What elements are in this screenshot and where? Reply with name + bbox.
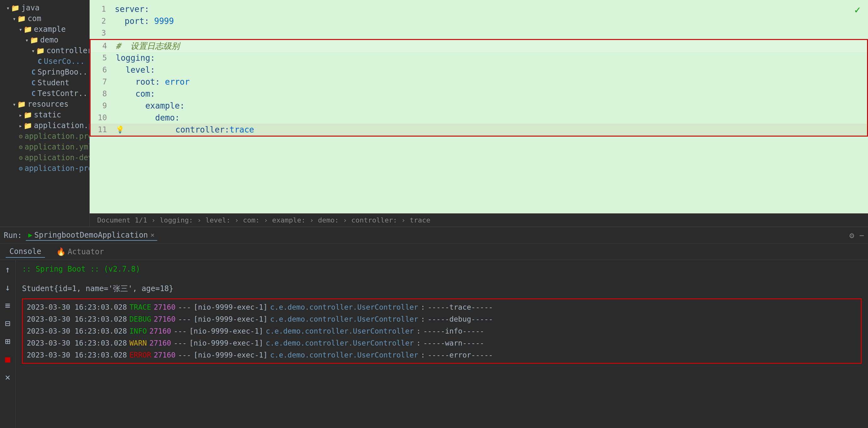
run-tab[interactable]: ▶ SpringbootDemoApplication × xyxy=(26,230,157,241)
code-line-7: 7 root: error xyxy=(90,76,868,88)
sidebar-item-demo[interactable]: ▾ 📁 demo xyxy=(0,35,89,45)
log-container: 2023-03-30 16:23:03.028 TRACE 27160 --- … xyxy=(22,298,862,364)
line-number: 8 xyxy=(91,88,113,100)
run-icon: ▶ xyxy=(28,231,32,239)
log-message: -----debug----- xyxy=(428,313,493,325)
sidebar-item-app-yml[interactable]: ⚙ application.yml xyxy=(0,142,89,152)
code-line-11: 11 💡 controller: trace xyxy=(90,124,868,137)
log-message: -----warn----- xyxy=(423,337,484,349)
line-content: com: xyxy=(113,88,867,100)
console-output: :: Spring Boot :: (v2.7.8) Student{id=1,… xyxy=(16,260,868,428)
run-tab-close-icon[interactable]: × xyxy=(150,231,154,239)
up-arrow-icon[interactable]: ↑ xyxy=(3,262,12,277)
sidebar-item-springboot[interactable]: C SpringBoo... xyxy=(0,67,89,78)
editor-panel: ✓ 1 server: 2 port: 9999 3 xyxy=(90,0,868,227)
run-tab-label: SpringbootDemoApplication xyxy=(34,231,148,239)
align2-icon[interactable]: ⊟ xyxy=(3,316,12,331)
gear-icon[interactable]: ⚙ xyxy=(849,231,855,240)
print-icon[interactable]: ■ xyxy=(3,352,12,366)
log-thread: [nio-9999-exec-1] xyxy=(189,325,263,337)
line-number: 6 xyxy=(91,64,113,76)
minus-icon[interactable]: − xyxy=(859,231,864,240)
yaml-key: port: xyxy=(115,17,154,26)
run-controls: ⚙ − xyxy=(849,231,864,240)
code-line-3: 3 xyxy=(90,27,868,39)
log-thread: [nio-9999-exec-1] xyxy=(194,349,268,361)
sidebar-item-static[interactable]: ▸ 📁 static xyxy=(0,110,89,120)
yaml-active-file-icon: ⚙ xyxy=(19,165,23,172)
top-section: ▾ 📁 java ▾ 📁 com ▾ 📁 example ▾ 📁 demo ▾ … xyxy=(0,0,868,227)
run-panel: Run: ▶ SpringbootDemoApplication × ⚙ − C… xyxy=(0,227,868,428)
log-level-error: ERROR xyxy=(130,349,151,361)
sidebar-item-com[interactable]: ▾ 📁 com xyxy=(0,13,89,24)
log-sep: --- xyxy=(178,313,191,325)
log-level-debug: DEBUG xyxy=(130,313,151,325)
log-colon: : xyxy=(421,313,425,325)
yaml-value: 9999 xyxy=(154,17,174,26)
log-date: 2023-03-30 16:23:03.028 xyxy=(27,313,127,325)
line-number: 3 xyxy=(90,27,112,39)
log-thread: [nio-9999-exec-1] xyxy=(194,301,268,313)
sidebar-item-app-prod[interactable]: ⚙ application-prod.ym... xyxy=(0,163,89,174)
java-file-icon: C xyxy=(38,58,42,65)
filter-icon[interactable]: ⊞ xyxy=(3,334,12,348)
line-number: 7 xyxy=(91,76,113,88)
log-colon: : xyxy=(416,325,421,337)
log-date: 2023-03-30 16:23:03.028 xyxy=(27,325,127,337)
yaml-key: level: xyxy=(116,65,155,75)
actuator-icon: 🔥 xyxy=(56,247,66,256)
sidebar-item-label: com xyxy=(28,14,41,23)
sidebar-item-templates[interactable]: ▸ 📁 application.properti... xyxy=(0,120,89,131)
tab-actuator[interactable]: 🔥 Actuator xyxy=(53,246,108,257)
lightbulb-icon[interactable]: 💡 xyxy=(116,124,124,136)
sidebar-item-testcontr[interactable]: C TestContr... xyxy=(0,88,89,99)
code-line-4: 4 # 设置日志级别 xyxy=(90,39,868,52)
delete-icon[interactable]: ✕ xyxy=(3,370,12,384)
line-number: 5 xyxy=(91,52,113,64)
line-number: 4 xyxy=(91,40,113,52)
sidebar-item-example[interactable]: ▾ 📁 example xyxy=(0,24,89,35)
yaml-file-icon: ⚙ xyxy=(19,143,23,151)
log-class: c.e.demo.controller.UserController xyxy=(266,325,414,337)
left-tools: ↑ ↓ ≡ ⊟ ⊞ ■ ✕ xyxy=(0,260,16,428)
sidebar-item-student[interactable]: C Student xyxy=(0,78,89,88)
log-date: 2023-03-30 16:23:03.028 xyxy=(27,337,127,349)
tab-console[interactable]: Console xyxy=(6,246,45,258)
sidebar-item-app-properties[interactable]: ⚙ application.properti... xyxy=(0,131,89,142)
log-pid: 27160 xyxy=(154,313,176,325)
line-number: 11 xyxy=(91,124,113,136)
chevron-example-icon: ▾ xyxy=(19,26,22,33)
log-class: c.e.demo.controller.UserController xyxy=(266,337,414,349)
yaml-key: controller: xyxy=(126,124,229,136)
sidebar-item-label: demo xyxy=(40,35,59,45)
sidebar-item-app-dev[interactable]: ⚙ application-dev.yml xyxy=(0,152,89,163)
yaml-key: server: xyxy=(115,4,149,14)
log-pid: 27160 xyxy=(149,325,171,337)
log-class: c.e.demo.controller.UserController xyxy=(270,313,418,325)
log-sep: --- xyxy=(174,337,187,349)
line-number: 2 xyxy=(90,15,112,27)
code-line-2: 2 port: 9999 xyxy=(90,15,868,27)
sidebar-item-controller[interactable]: ▾ 📁 controller xyxy=(0,45,89,56)
line-content: server: xyxy=(112,3,868,15)
sidebar-item-label: application.properti... xyxy=(25,132,90,141)
log-colon: : xyxy=(421,349,425,361)
yaml-key: com: xyxy=(116,89,155,98)
sidebar-item-label: resources xyxy=(28,100,68,109)
sidebar-item-label: controller xyxy=(46,46,90,55)
code-line-9: 9 example: xyxy=(90,100,868,112)
bottom-main: ↑ ↓ ≡ ⊟ ⊞ ■ ✕ :: Spring Boot :: (v2.7.8)… xyxy=(0,260,868,428)
breadcrumb: Document 1/1 › logging: › level: › com: … xyxy=(90,213,868,227)
align-icon[interactable]: ≡ xyxy=(3,298,12,313)
sidebar-item-userco[interactable]: C UserCo... xyxy=(0,56,89,67)
folder-java-icon: 📁 xyxy=(11,4,20,12)
yaml-key: example: xyxy=(116,101,185,111)
sidebar-item-java[interactable]: ▾ 📁 java xyxy=(0,2,89,13)
sidebar-item-resources[interactable]: ▾ 📁 resources xyxy=(0,99,89,110)
line-content: port: 9999 xyxy=(112,15,868,27)
console-toolbar: Console 🔥 Actuator xyxy=(0,244,868,260)
chevron-resources-icon: ▾ xyxy=(12,101,16,108)
down-arrow-icon[interactable]: ↓ xyxy=(3,280,12,294)
folder-controller-icon: 📁 xyxy=(36,47,45,55)
log-line-trace: 2023-03-30 16:23:03.028 TRACE 27160 --- … xyxy=(23,301,861,313)
